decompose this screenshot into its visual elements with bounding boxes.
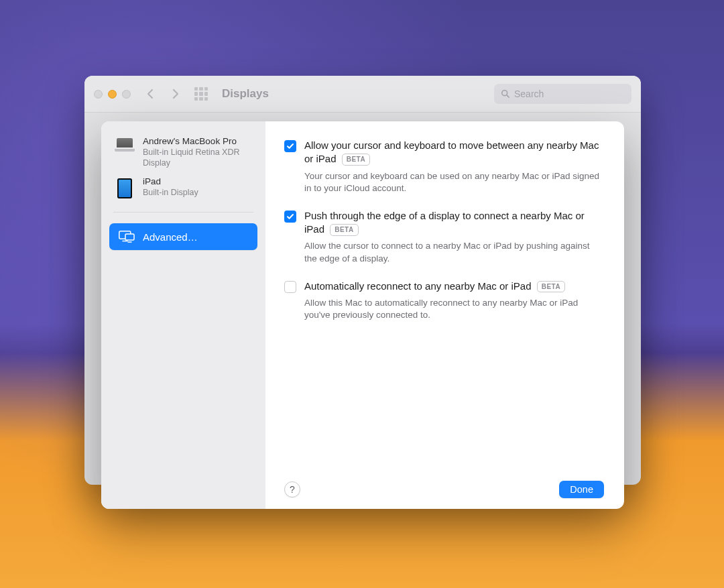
svg-rect-3 [125,234,134,240]
option-description: Allow this Mac to automatically reconnec… [304,297,604,321]
sidebar-item-label: Andrew's MacBook Pro [143,136,255,148]
beta-badge: BETA [342,154,370,166]
option-push-through-edge: Push through the edge of a display to co… [284,209,604,265]
checkbox-auto-reconnect[interactable] [284,281,296,293]
displays-icon [119,231,135,243]
done-button[interactable]: Done [559,481,604,498]
sidebar-item-macbook[interactable]: Andrew's MacBook Pro Built-in Liquid Ret… [101,132,265,172]
option-auto-reconnect: Automatically reconnect to any nearby Ma… [284,280,604,322]
grid-icon [194,87,208,101]
titlebar: Displays Search [84,76,641,113]
option-label: Allow your cursor and keyboard to move b… [304,139,604,166]
minimize-window-button[interactable] [108,90,117,99]
svg-line-1 [507,95,509,97]
show-all-button[interactable] [192,85,210,103]
zoom-window-button[interactable] [122,90,131,99]
option-universal-control: Allow your cursor and keyboard to move b… [284,139,604,194]
back-button[interactable] [141,85,159,103]
search-input[interactable]: Search [494,84,631,104]
option-description: Allow the cursor to connect to a nearby … [304,240,604,264]
checkmark-icon [286,213,294,221]
content-pane: Allow your cursor and keyboard to move b… [265,121,624,509]
search-placeholder: Search [514,89,544,99]
sidebar-item-label: Advanced… [143,231,198,243]
sidebar-item-ipad[interactable]: iPad Built-in Display [101,172,265,202]
sidebar-item-sub: Built-in Display [143,188,198,198]
desktop-wallpaper: Displays Search Andrew's MacBook Pro Bui… [0,0,724,588]
macbook-icon [115,138,135,152]
sheet-footer: ? Done [284,475,604,498]
sidebar-divider [113,212,253,213]
ipad-icon [115,178,135,198]
help-button[interactable]: ? [284,481,300,497]
option-description: Your cursor and keyboard can be used on … [304,170,604,194]
forward-button[interactable] [167,85,184,103]
window-controls [94,90,131,99]
search-icon [501,89,510,99]
checkbox-universal-control[interactable] [284,140,296,152]
checkmark-icon [286,142,294,150]
window-title: Displays [222,87,269,101]
beta-badge: BETA [537,281,565,293]
option-label: Push through the edge of a display to co… [304,209,604,237]
beta-badge: BETA [330,224,358,236]
sidebar-item-advanced[interactable]: Advanced… [109,223,257,250]
checkbox-push-through[interactable] [284,211,296,223]
advanced-sheet: Andrew's MacBook Pro Built-in Liquid Ret… [101,121,624,509]
sidebar-item-label: iPad [143,176,198,188]
close-window-button[interactable] [94,90,103,99]
option-label: Automatically reconnect to any nearby Ma… [304,280,604,293]
sidebar: Andrew's MacBook Pro Built-in Liquid Ret… [101,121,265,509]
sidebar-item-sub: Built-in Liquid Retina XDR Display [143,148,255,168]
